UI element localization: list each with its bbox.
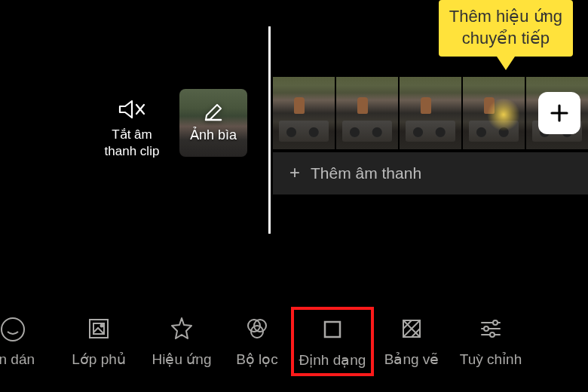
svg-point-19	[493, 320, 498, 325]
cover-thumbnail-button[interactable]: Ảnh bìa	[179, 89, 247, 157]
transition-callout: Thêm hiệu ứng chuyển tiếp	[439, 0, 573, 57]
overlay-icon	[85, 315, 112, 342]
tool-canvas[interactable]: Bảng vẽ	[374, 311, 449, 372]
sliders-icon	[477, 315, 504, 342]
sticker-icon	[0, 316, 26, 343]
canvas-icon	[398, 315, 425, 342]
bottom-toolbar: ãn dán Lớp phủ Hiệu ứng Bộ lọc Định dạng	[0, 306, 588, 377]
mute-clip-button[interactable]: Tắt âm thanh clip	[98, 98, 166, 160]
svg-point-21	[484, 326, 488, 331]
add-audio-button[interactable]: + Thêm âm thanh	[273, 152, 588, 194]
callout-line: Thêm hiệu ứng	[449, 6, 562, 28]
tool-overlay[interactable]: Lớp phủ	[57, 311, 140, 372]
svg-point-23	[490, 332, 495, 337]
tool-filter[interactable]: Bộ lọc	[223, 311, 291, 372]
pencil-icon	[204, 103, 223, 122]
tool-label: Bảng vẽ	[384, 351, 439, 368]
tool-label: Lớp phủ	[72, 351, 126, 368]
tool-sticker[interactable]: ãn dán	[0, 311, 47, 372]
tool-label: Định dạng	[299, 351, 366, 369]
cover-thumb-label: Ảnh bìa	[190, 127, 237, 143]
timeline-frame[interactable]	[273, 77, 335, 149]
speaker-mute-icon	[98, 98, 166, 121]
tool-label: Bộ lọc	[236, 351, 278, 368]
svg-point-8	[101, 325, 103, 327]
mute-clip-label: Tắt âm thanh clip	[98, 127, 166, 160]
add-audio-label: Thêm âm thanh	[311, 164, 421, 182]
add-clip-button[interactable]	[538, 92, 580, 134]
tool-format[interactable]: Định dạng	[291, 307, 374, 376]
callout-line: chuyển tiếp	[449, 28, 562, 50]
timeline-playhead[interactable]	[268, 26, 271, 234]
timeline-frame[interactable]	[400, 77, 461, 149]
plus-icon: +	[289, 164, 300, 182]
transition-indicator[interactable]	[487, 98, 520, 131]
svg-point-5	[2, 318, 24, 341]
square-icon	[319, 316, 346, 343]
tool-label: Hiệu ứng	[152, 351, 212, 368]
tool-label: Tuỳ chỉnh	[460, 351, 522, 368]
timeline-frame[interactable]	[336, 77, 398, 149]
filter-icon	[243, 315, 271, 342]
star-icon	[168, 315, 195, 342]
svg-rect-12	[325, 322, 340, 337]
tool-adjust[interactable]: Tuỳ chỉnh	[449, 311, 532, 372]
tool-label: ãn dán	[0, 351, 35, 368]
plus-icon	[547, 101, 571, 125]
tool-effect[interactable]: Hiệu ứng	[140, 311, 223, 372]
